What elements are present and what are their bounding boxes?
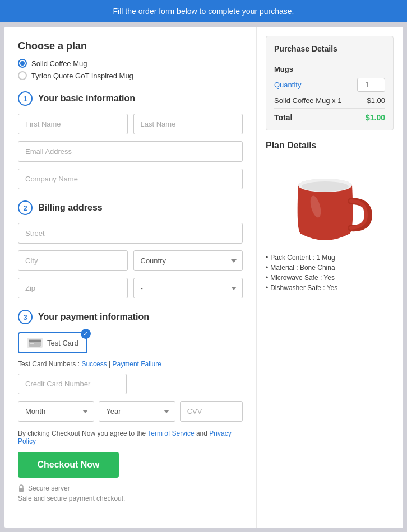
lock-icon — [18, 484, 25, 492]
city-country-row: Country — [18, 250, 243, 271]
cvv-input[interactable] — [181, 402, 243, 421]
email-input[interactable] — [18, 141, 243, 162]
item-price: $1.00 — [367, 96, 385, 105]
secure-label: Secure server — [28, 484, 70, 492]
first-name-input[interactable] — [18, 114, 128, 134]
card-icon — [27, 338, 43, 348]
quantity-label: Quantity — [274, 81, 301, 89]
section-2-title: Billing address — [38, 203, 103, 213]
failure-link[interactable]: Payment Failure — [113, 360, 161, 368]
street-input[interactable] — [18, 223, 243, 244]
year-select[interactable]: Year — [99, 401, 175, 422]
right-panel: Purchase Details Mugs Quantity Solid Cof… — [257, 27, 403, 528]
page-wrapper: Fill the order form below to complete yo… — [0, 0, 407, 532]
country-select[interactable]: Country — [133, 250, 243, 271]
svg-rect-2 — [30, 343, 34, 344]
company-input[interactable] — [18, 169, 243, 189]
plan-feature: Material : Bone China — [266, 264, 394, 272]
zip-input[interactable] — [18, 278, 128, 298]
success-link[interactable]: Success — [81, 360, 107, 368]
test-card-note: Test Card Numbers : Success | Payment Fa… — [18, 360, 243, 368]
name-row — [18, 114, 243, 134]
radio-solid-mug[interactable] — [18, 59, 27, 68]
banner-text: Fill the order form below to complete yo… — [113, 7, 294, 16]
plan-option-1[interactable]: Solid Coffee Mug — [18, 59, 243, 68]
company-row — [18, 169, 243, 189]
test-card-note-text: Test Card Numbers : — [18, 360, 80, 368]
month-year-cvv-row: Month Year — [18, 401, 243, 422]
secure-sub: Safe and secure payment checkout. — [18, 494, 243, 502]
terms-prefix: By clicking Checkout Now you agree to th… — [18, 430, 147, 437]
street-row — [18, 223, 243, 244]
last-name-input[interactable] — [133, 114, 243, 134]
mug-image-container — [266, 156, 394, 246]
features-list: Pack Content : 1 MugMaterial : Bone Chin… — [266, 254, 394, 292]
section-3-title: Your payment information — [38, 312, 149, 322]
left-panel: Choose a plan Solid Coffee Mug Tyrion Qu… — [4, 27, 257, 528]
terms-note: By clicking Checkout Now you agree to th… — [18, 430, 243, 445]
plan-option-2[interactable]: Tyrion Quote GoT Inspired Mug — [18, 71, 243, 80]
basic-info-header: 1 Your basic information — [18, 91, 243, 106]
plan-feature: Pack Content : 1 Mug — [266, 254, 394, 262]
svg-rect-0 — [29, 339, 41, 347]
plan-option-2-label: Tyrion Quote GoT Inspired Mug — [31, 72, 133, 80]
plan-feature: Dishwasher Safe : Yes — [266, 284, 394, 292]
item-label: Solid Coffee Mug x 1 — [274, 96, 341, 105]
test-card-option[interactable]: Test Card ✓ — [18, 332, 87, 353]
svg-rect-6 — [19, 488, 24, 492]
month-select[interactable]: Month — [18, 401, 94, 422]
check-badge: ✓ — [81, 329, 91, 339]
credit-card-svg — [29, 339, 41, 347]
terms-middle: and — [196, 430, 209, 437]
email-row — [18, 141, 243, 162]
quantity-input[interactable] — [357, 78, 385, 92]
radio-tyrion-mug[interactable] — [18, 71, 27, 80]
product-category: Mugs — [274, 65, 385, 73]
choose-plan-title: Choose a plan — [18, 40, 243, 52]
top-banner: Fill the order form below to complete yo… — [0, 0, 407, 22]
cvv-wrapper — [180, 401, 243, 422]
credit-number-input[interactable] — [18, 374, 127, 394]
payment-header: 3 Your payment information — [18, 310, 243, 324]
total-row: Total $1.00 — [274, 108, 385, 122]
section-3-number: 3 — [18, 310, 33, 324]
section-2-number: 2 — [18, 200, 33, 215]
purchase-details-box: Purchase Details Mugs Quantity Solid Cof… — [266, 36, 394, 130]
city-input[interactable] — [18, 250, 128, 271]
secure-note: Secure server — [18, 484, 243, 492]
credit-number-row — [18, 374, 243, 394]
plan-feature: Microwave Safe : Yes — [266, 274, 394, 282]
section-1-title: Your basic information — [38, 94, 135, 104]
section-1-number: 1 — [18, 91, 33, 106]
total-label: Total — [274, 113, 292, 122]
checkout-button[interactable]: Checkout Now — [18, 452, 119, 478]
total-amount: $1.00 — [366, 113, 385, 122]
quantity-row: Quantity — [274, 78, 385, 92]
tos-link[interactable]: Term of Service — [147, 430, 194, 437]
plan-option-1-label: Solid Coffee Mug — [31, 59, 87, 68]
svg-point-9 — [302, 181, 349, 192]
zip-state-row: - — [18, 278, 243, 298]
test-card-label: Test Card — [47, 339, 78, 347]
svg-rect-1 — [29, 340, 41, 342]
separator: | — [109, 360, 110, 368]
purchase-details-title: Purchase Details — [274, 44, 385, 58]
mug-image — [285, 156, 374, 246]
main-content: Choose a plan Solid Coffee Mug Tyrion Qu… — [4, 27, 403, 528]
item-price-row: Solid Coffee Mug x 1 $1.00 — [274, 96, 385, 105]
state-select[interactable]: - — [133, 278, 243, 298]
billing-header: 2 Billing address — [18, 200, 243, 215]
plan-details-title: Plan Details — [266, 141, 394, 151]
